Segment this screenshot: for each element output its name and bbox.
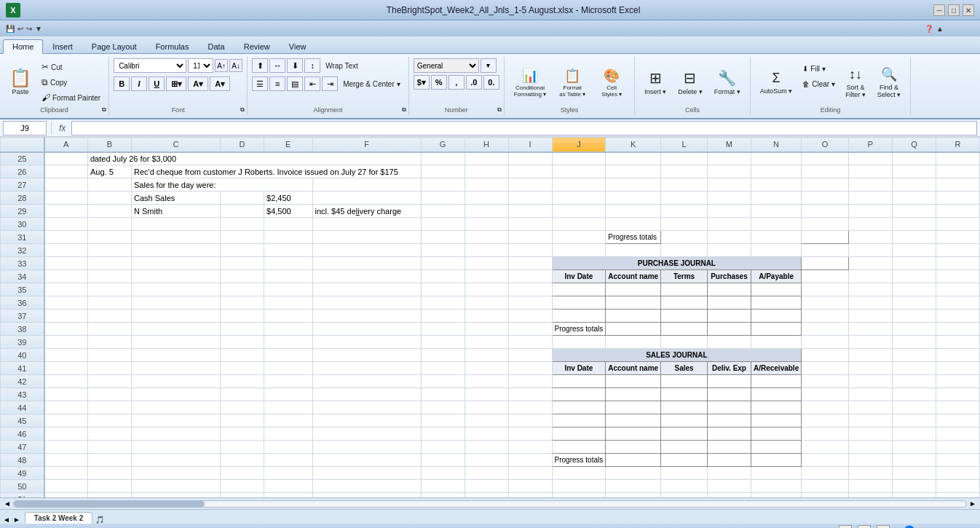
- increase-decimal-button[interactable]: .0: [466, 75, 482, 90]
- row-header-28[interactable]: 28: [1, 192, 44, 205]
- cell-C26[interactable]: Rec'd cheque from customer J Roberts. In…: [132, 165, 422, 178]
- row-header-47[interactable]: 47: [1, 441, 44, 454]
- col-header-F[interactable]: F: [312, 138, 421, 152]
- cell-I28[interactable]: [508, 192, 552, 205]
- col-header-B[interactable]: B: [88, 138, 132, 152]
- cell-N27[interactable]: [751, 178, 801, 192]
- row-header-44[interactable]: 44: [1, 401, 44, 414]
- cell-O26[interactable]: [802, 165, 849, 178]
- cell-J29[interactable]: [552, 205, 606, 218]
- font-shrink-button[interactable]: A↓: [229, 59, 242, 72]
- horizontal-scrollbar[interactable]: ◄ ►: [0, 497, 980, 509]
- cell-B28[interactable]: [88, 192, 132, 205]
- cell-B26[interactable]: Aug. 5: [88, 165, 132, 178]
- redo-quick-btn[interactable]: ↪: [26, 25, 32, 33]
- cell-N28[interactable]: [751, 192, 801, 205]
- sheet-nav-prev[interactable]: ◄: [3, 516, 10, 524]
- sj-col-account[interactable]: Account name: [606, 362, 661, 375]
- col-header-D[interactable]: D: [221, 138, 264, 152]
- pj-col-terms[interactable]: Terms: [661, 270, 708, 283]
- number-format-expand[interactable]: ▾: [481, 58, 497, 73]
- clear-button[interactable]: 🗑 Clear▾: [799, 76, 839, 91]
- autosum-button[interactable]: Σ AutoSum ▾: [755, 58, 798, 106]
- row-header-32[interactable]: 32: [1, 244, 44, 257]
- cell-A28[interactable]: [44, 192, 88, 205]
- quick-access-dropdown[interactable]: ▼: [35, 25, 42, 33]
- page-layout-view-button[interactable]: ⊞: [858, 525, 871, 528]
- cell-K27[interactable]: [606, 178, 661, 192]
- row-header-29[interactable]: 29: [1, 205, 44, 218]
- sj-col-inv-date[interactable]: Inv Date: [552, 362, 606, 375]
- cell-Q28[interactable]: [892, 192, 936, 205]
- col-header-N[interactable]: N: [751, 138, 801, 152]
- cell-R26[interactable]: [936, 165, 979, 178]
- scroll-thumb[interactable]: [14, 501, 205, 507]
- format-button[interactable]: 🔧 Format ▾: [709, 58, 746, 106]
- sj-progress-totals[interactable]: Progress totals: [552, 454, 606, 467]
- ribbon-toggle-icon[interactable]: ▲: [936, 25, 944, 33]
- col-header-H[interactable]: H: [465, 138, 508, 152]
- row-header-26[interactable]: 26: [1, 165, 44, 178]
- italic-button[interactable]: I: [131, 76, 147, 91]
- sj-col-areceivable[interactable]: A/Receivable: [751, 362, 801, 375]
- cell-E29[interactable]: $4,500: [264, 205, 312, 218]
- formula-input[interactable]: [71, 121, 977, 135]
- row-header-48[interactable]: 48: [1, 454, 44, 467]
- tab-page-layout[interactable]: Page Layout: [82, 39, 146, 53]
- cell-Q29[interactable]: [892, 205, 936, 218]
- row-header-41[interactable]: 41: [1, 362, 44, 375]
- delete-button[interactable]: ⊟ Delete ▾: [673, 58, 708, 106]
- cell-I29[interactable]: [508, 205, 552, 218]
- cell-L29[interactable]: [661, 205, 708, 218]
- row-header-45[interactable]: 45: [1, 414, 44, 427]
- normal-view-button[interactable]: ▦: [839, 525, 852, 528]
- cell-M27[interactable]: [707, 178, 751, 192]
- row-header-42[interactable]: 42: [1, 375, 44, 388]
- row-header-30[interactable]: 30: [1, 218, 44, 231]
- row-header-46[interactable]: 46: [1, 427, 44, 441]
- pj-progress-totals[interactable]: Progress totals: [552, 323, 606, 336]
- cell-P26[interactable]: [848, 165, 892, 178]
- copy-button[interactable]: ⧉ Copy: [38, 75, 104, 90]
- alignment-expand-icon[interactable]: ⧉: [402, 106, 406, 114]
- page-break-view-button[interactable]: ⊟: [877, 525, 890, 528]
- cell-H28[interactable]: [465, 192, 508, 205]
- cell-M26[interactable]: [707, 165, 751, 178]
- cell-A30[interactable]: [44, 218, 88, 231]
- maximize-button[interactable]: □: [948, 4, 960, 16]
- row-header-50[interactable]: 50: [1, 480, 44, 493]
- purchase-journal-title[interactable]: PURCHASE JOURNAL: [552, 257, 802, 270]
- cell-G26[interactable]: [421, 165, 465, 178]
- col-header-A[interactable]: A: [44, 138, 88, 152]
- cell-B27[interactable]: [88, 178, 132, 192]
- cell-G29[interactable]: [421, 205, 465, 218]
- col-header-R[interactable]: R: [936, 138, 979, 152]
- cell-N26[interactable]: [751, 165, 801, 178]
- cell-K29[interactable]: [606, 205, 661, 218]
- col-header-Q[interactable]: Q: [892, 138, 936, 152]
- pj-col-apayable[interactable]: A/Payable: [751, 270, 801, 283]
- cell-N25[interactable]: [751, 152, 801, 165]
- cell-M28[interactable]: [707, 192, 751, 205]
- decrease-decimal-button[interactable]: 0.: [483, 75, 499, 90]
- sj-col-sales[interactable]: Sales: [661, 362, 708, 375]
- pj-col-purchases[interactable]: Purchases: [707, 270, 751, 283]
- text-direction-button[interactable]: ↕: [304, 58, 320, 73]
- cell-R25[interactable]: [936, 152, 979, 165]
- tab-insert[interactable]: Insert: [43, 39, 82, 53]
- conditional-formatting-button[interactable]: 📊 ConditionalFormatting ▾: [509, 58, 551, 106]
- cell-F27[interactable]: [312, 178, 421, 192]
- col-header-L[interactable]: L: [661, 138, 708, 152]
- increase-indent-button[interactable]: ⇥: [322, 76, 338, 91]
- cell-P29[interactable]: [848, 205, 892, 218]
- cell-P25[interactable]: [848, 152, 892, 165]
- scroll-track[interactable]: [13, 500, 967, 508]
- cut-button[interactable]: ✂ Cut: [38, 60, 104, 74]
- font-grow-button[interactable]: A↑: [215, 59, 228, 72]
- cell-Q26[interactable]: [892, 165, 936, 178]
- cell-G25[interactable]: [421, 152, 465, 165]
- tab-view[interactable]: View: [280, 39, 316, 53]
- cell-H27[interactable]: [465, 178, 508, 192]
- col-header-O[interactable]: O: [802, 138, 849, 152]
- align-right-button[interactable]: ▤: [287, 76, 303, 91]
